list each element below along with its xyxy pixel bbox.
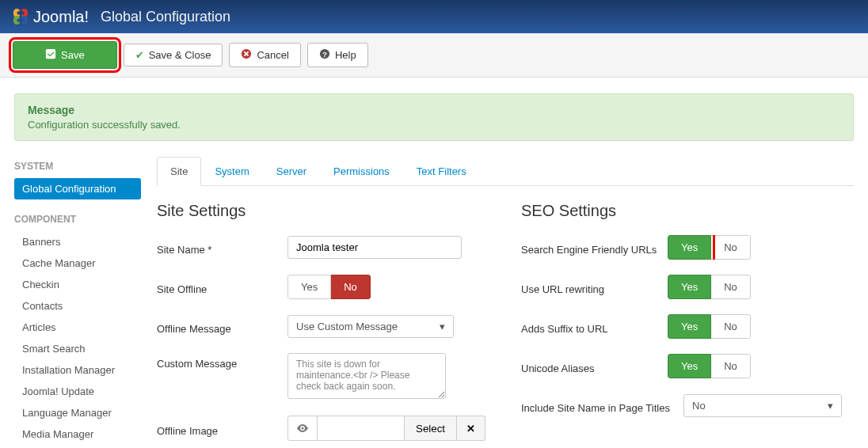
save-close-label: Save & Close — [149, 49, 211, 61]
site-offline-toggle: Yes No — [287, 275, 371, 299]
seo-settings-title: SEO Settings — [521, 202, 854, 220]
site-offline-yes[interactable]: Yes — [287, 275, 331, 299]
unicode-toggle: Yes No — [668, 354, 751, 378]
toolbar: Save ✔ Save & Close Cancel ? Help — [0, 33, 868, 78]
sidebar-group-system: SYSTEM — [14, 161, 141, 172]
svg-text:?: ? — [322, 50, 327, 59]
tabs: Site System Server Permissions Text Filt… — [157, 157, 854, 186]
sef-no[interactable]: No — [711, 235, 751, 260]
site-name-input[interactable] — [287, 236, 462, 259]
sef-label: Search Engine Friendly URLs — [521, 239, 668, 256]
sidebar-item-smart-search[interactable]: Smart Search — [14, 338, 141, 359]
joomla-logo-icon — [12, 8, 29, 25]
unicode-yes[interactable]: Yes — [668, 354, 711, 378]
unicode-no[interactable]: No — [711, 354, 751, 378]
sidebar-item-media-mgr[interactable]: Media Manager — [14, 423, 141, 445]
brand-text: Joomla! — [33, 8, 89, 26]
tab-permissions[interactable]: Permissions — [320, 157, 403, 186]
close-icon: ✕ — [466, 423, 475, 435]
tab-server[interactable]: Server — [263, 157, 320, 186]
custom-message-label: Custom Message — [157, 353, 287, 370]
sitename-titles-label: Include Site Name in Page Titles — [521, 397, 683, 414]
sidebar-item-banners[interactable]: Banners — [14, 231, 141, 252]
unicode-label: Unicode Aliases — [521, 358, 668, 374]
save-button[interactable]: Save — [13, 41, 117, 69]
sidebar-group-component: COMPONENT — [14, 214, 141, 225]
offline-image-picker: Select ✕ — [287, 416, 489, 441]
sidebar-item-cache[interactable]: Cache Manager — [14, 252, 141, 274]
sitename-titles-select[interactable]: No ▾ — [683, 394, 842, 417]
logo: Joomla! — [12, 8, 89, 26]
site-name-label: Site Name * — [157, 239, 287, 256]
suffix-yes[interactable]: Yes — [668, 314, 711, 339]
suffix-toggle: Yes No — [668, 314, 751, 339]
sidebar-item-install-mgr[interactable]: Installation Manager — [14, 359, 141, 381]
offline-image-clear-button[interactable]: ✕ — [457, 416, 485, 441]
site-offline-no[interactable]: No — [331, 275, 371, 299]
offline-message-value: Use Custom Message — [296, 321, 398, 332]
sitename-titles-value: No — [692, 400, 706, 412]
cancel-button[interactable]: Cancel — [229, 43, 300, 67]
rewrite-toggle: Yes No — [668, 275, 751, 299]
alert-title: Message — [28, 104, 840, 116]
offline-message-select[interactable]: Use Custom Message ▾ — [287, 315, 454, 338]
eye-icon[interactable] — [287, 416, 318, 441]
rewrite-yes[interactable]: Yes — [668, 275, 711, 299]
chevron-down-icon: ▾ — [828, 400, 833, 412]
sidebar-item-articles[interactable]: Articles — [14, 317, 141, 338]
sidebar-item-global-config[interactable]: Global Configuration — [14, 178, 141, 199]
tab-system[interactable]: System — [201, 157, 262, 186]
offline-image-label: Offline Image — [157, 420, 287, 437]
alert-text: Configuration successfully saved. — [28, 119, 840, 131]
sidebar-item-contacts[interactable]: Contacts — [14, 295, 141, 317]
check-icon: ✔ — [135, 49, 144, 61]
sidebar-item-lang-mgr[interactable]: Language Manager — [14, 402, 141, 423]
chevron-down-icon: ▾ — [440, 321, 445, 332]
offline-image-path[interactable] — [318, 416, 405, 441]
offline-message-label: Offline Message — [157, 318, 287, 335]
sef-yes[interactable]: Yes — [668, 235, 711, 260]
custom-message-textarea[interactable]: This site is down for maintenance.<br />… — [287, 353, 446, 399]
sidebar-item-joomla-update[interactable]: Joomla! Update — [14, 381, 141, 402]
success-alert: Message Configuration successfully saved… — [14, 93, 854, 141]
help-button[interactable]: ? Help — [307, 43, 368, 67]
cancel-label: Cancel — [257, 49, 288, 61]
site-settings-title: Site Settings — [157, 202, 489, 220]
page-title: Global Configuration — [101, 9, 230, 25]
sef-toggle: Yes No — [668, 235, 751, 260]
help-icon: ? — [319, 48, 330, 62]
sidebar-item-menus-mgr[interactable]: Menus Manager — [14, 445, 141, 448]
rewrite-label: Use URL rewriting — [521, 279, 668, 295]
offline-image-select-button[interactable]: Select — [405, 416, 457, 441]
suffix-label: Adds Suffix to URL — [521, 318, 668, 335]
save-label: Save — [61, 49, 85, 61]
svg-point-3 — [302, 427, 304, 430]
suffix-no[interactable]: No — [711, 314, 751, 339]
tab-site[interactable]: Site — [157, 157, 201, 186]
cancel-icon — [241, 48, 252, 62]
site-offline-label: Site Offline — [157, 279, 287, 295]
rewrite-no[interactable]: No — [711, 275, 751, 299]
help-label: Help — [335, 49, 356, 61]
sidebar: SYSTEM Global Configuration COMPONENT Ba… — [14, 157, 141, 448]
save-close-button[interactable]: ✔ Save & Close — [124, 44, 223, 66]
sidebar-item-checkin[interactable]: Checkin — [14, 274, 141, 295]
tab-text-filters[interactable]: Text Filters — [403, 157, 480, 186]
check-icon — [45, 48, 56, 62]
header: Joomla! Global Configuration — [0, 0, 868, 33]
